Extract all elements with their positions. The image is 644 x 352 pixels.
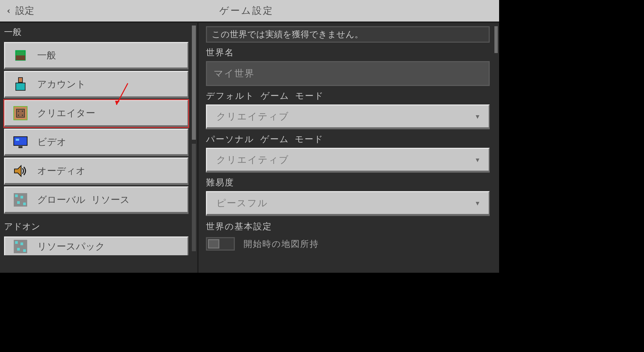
svg-rect-14 — [18, 146, 22, 148]
toggle-knob — [208, 239, 219, 249]
cube-icon — [13, 48, 28, 63]
sidebar-category-addon: アドオン — [3, 220, 190, 235]
svg-rect-23 — [20, 243, 23, 245]
sidebar-item-global-resources[interactable]: グローバル リソース — [4, 186, 189, 214]
svg-point-7 — [22, 111, 23, 112]
sidebar-inner: 一般 一般 アカウント クリエイタ — [0, 23, 192, 273]
difficulty-select[interactable]: ピースフル ▼ — [206, 191, 490, 216]
svg-rect-24 — [17, 248, 20, 251]
chevron-down-icon: ▼ — [476, 200, 480, 207]
chevron-down-icon: ▼ — [476, 113, 480, 120]
personal-mode-label: パーソナル ゲーム モード — [206, 133, 490, 145]
svg-rect-20 — [23, 203, 26, 205]
command-block-icon — [13, 106, 28, 121]
svg-rect-19 — [17, 201, 20, 204]
svg-point-6 — [18, 111, 19, 112]
scrollbar-track-lower — [192, 144, 196, 251]
starting-map-label: 開始時の地図所持 — [244, 238, 319, 250]
sidebar-scrollbar[interactable] — [192, 23, 197, 273]
achievement-notice: この世界では実績を獲得できません。 — [206, 26, 490, 43]
account-icon — [13, 77, 28, 92]
svg-rect-25 — [23, 249, 26, 252]
world-name-input[interactable]: マイ世界 — [206, 61, 490, 86]
personal-mode-value: クリエイティブ — [216, 153, 289, 166]
back-label: 設定 — [15, 4, 34, 17]
world-name-label: 世界名 — [206, 47, 490, 58]
world-basic-settings-label: 世界の基本設定 — [206, 221, 490, 232]
sidebar-item-account[interactable]: アカウント — [4, 71, 189, 98]
svg-rect-17 — [15, 194, 18, 197]
sidebar-item-label: クリエイター — [37, 107, 95, 120]
resource-icon — [13, 192, 28, 207]
svg-marker-15 — [14, 166, 21, 176]
sidebar-item-creator[interactable]: クリエイター — [4, 100, 189, 127]
sidebar-item-label: オーディオ — [37, 165, 86, 177]
sidebar-item-resource-pack[interactable]: リソースパック — [4, 236, 189, 255]
sidebar-item-general[interactable]: 一般 — [4, 42, 189, 70]
svg-point-8 — [18, 115, 19, 116]
world-name-value: マイ世界 — [214, 67, 255, 80]
sidebar-item-label: ビデオ — [37, 136, 66, 148]
sidebar-item-label: 一般 — [37, 49, 56, 62]
sidebar-item-video[interactable]: ビデオ — [4, 129, 189, 156]
difficulty-value: ピースフル — [216, 197, 268, 210]
starting-map-row: 開始時の地図所持 — [206, 237, 490, 251]
sidebar-item-label: リソースパック — [37, 240, 105, 253]
svg-rect-5 — [16, 109, 24, 117]
chevron-down-icon: ▼ — [476, 156, 480, 163]
resource-icon — [13, 239, 28, 254]
svg-marker-11 — [115, 101, 120, 105]
page-title: ゲーム設定 — [34, 4, 459, 17]
sidebar-item-audio[interactable]: オーディオ — [4, 158, 189, 185]
sidebar: 一般 一般 アカウント クリエイタ — [0, 23, 199, 273]
main-inner: この世界では実績を獲得できません。 世界名 マイ世界 デフォルト ゲーム モード… — [199, 23, 494, 273]
title-bar: ‹ 設定 ゲーム設定 — [0, 0, 499, 23]
speaker-icon — [13, 164, 28, 178]
sidebar-item-label: グローバル リソース — [37, 193, 130, 206]
difficulty-label: 難易度 — [206, 177, 490, 188]
main-panel: この世界では実績を獲得できません。 世界名 マイ世界 デフォルト ゲーム モード… — [199, 23, 499, 273]
default-mode-value: クリエイティブ — [216, 110, 289, 123]
svg-rect-22 — [15, 241, 18, 244]
scrollbar-thumb[interactable] — [192, 26, 196, 140]
scrollbar-thumb[interactable] — [494, 26, 498, 53]
main-scrollbar[interactable] — [494, 23, 499, 273]
chevron-left-icon: ‹ — [6, 6, 11, 16]
back-button[interactable]: ‹ 設定 — [0, 4, 34, 17]
svg-rect-1 — [16, 55, 25, 60]
svg-point-9 — [22, 115, 23, 116]
default-mode-label: デフォルト ゲーム モード — [206, 90, 490, 102]
personal-mode-select[interactable]: クリエイティブ ▼ — [206, 148, 490, 173]
svg-rect-18 — [20, 196, 23, 199]
sidebar-category-general: 一般 — [3, 26, 190, 41]
svg-rect-13 — [16, 139, 19, 141]
starting-map-toggle[interactable] — [206, 237, 235, 251]
svg-rect-3 — [16, 83, 25, 90]
default-mode-select[interactable]: クリエイティブ ▼ — [206, 104, 490, 129]
body: 一般 一般 アカウント クリエイタ — [0, 23, 499, 273]
sidebar-item-label: アカウント — [37, 78, 86, 91]
monitor-icon — [13, 135, 28, 149]
app-root: ‹ 設定 ゲーム設定 一般 一般 アカウント — [0, 0, 499, 273]
svg-rect-2 — [18, 78, 22, 82]
svg-rect-12 — [14, 137, 27, 145]
